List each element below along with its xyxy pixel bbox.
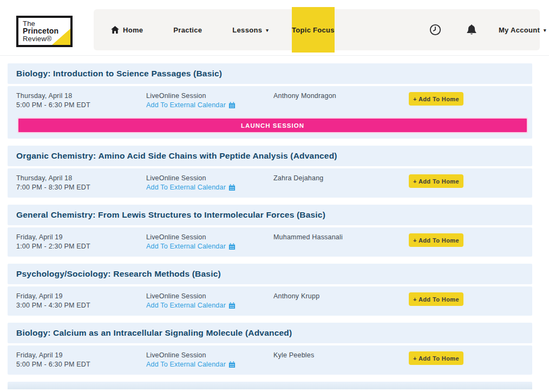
session-instructor: Anthony Mondragon [273, 92, 409, 101]
my-account-menu[interactable]: My Account ▾ [499, 26, 546, 34]
session-type: LiveOnline Session [146, 92, 273, 101]
top-header: The Princeton Review® Home Practice Less… [0, 0, 549, 56]
add-to-home-button[interactable]: + Add To Home [409, 92, 463, 106]
session-type: LiveOnline Session [146, 351, 273, 360]
session-title: General Chemistry: From Lewis Structures… [16, 210, 325, 220]
calendar-icon [228, 184, 236, 191]
session-details: Thursday, April 18 5:00 PM - 6:30 PM EDT… [8, 86, 532, 139]
session-card: Biology: Introduction to Science Passage… [8, 63, 532, 139]
session-date: Thursday, April 18 [16, 92, 146, 101]
add-to-home-button[interactable]: + Add To Home [409, 233, 463, 247]
notifications-bell-button[interactable] [466, 24, 477, 36]
session-time: 5:00 PM - 6:30 PM EDT [16, 101, 146, 110]
session-card: Biology: Calcium as an Intracellular Sig… [8, 323, 532, 375]
add-to-external-calendar-link[interactable]: Add To External Calendar [146, 301, 273, 310]
nav-item-topic-focus[interactable]: Topic Focus [292, 7, 335, 53]
calendar-icon [228, 102, 236, 109]
session-time: 5:00 PM - 6:30 PM EDT [16, 360, 146, 369]
session-date: Thursday, April 18 [16, 174, 146, 183]
add-to-home-button[interactable]: + Add To Home [409, 351, 463, 365]
nav-item-label: Home [123, 26, 143, 34]
session-instructor: Zahra Dejahang [273, 174, 409, 183]
add-to-external-calendar-link[interactable]: Add To External Calendar [146, 183, 273, 192]
nav-item-practice[interactable]: Practice [173, 26, 202, 34]
add-to-home-button[interactable]: + Add To Home [409, 174, 463, 188]
session-card: Psychology/Sociology: Research Methods (… [8, 264, 532, 316]
session-title-row: Biology: Introduction to Science Passage… [8, 63, 532, 84]
bell-icon [466, 24, 477, 36]
session-card-partial [8, 382, 532, 389]
session-title: Organic Chemistry: Amino Acid Side Chain… [16, 151, 337, 161]
session-date: Friday, April 19 [16, 351, 146, 360]
caret-down-icon: ▾ [544, 28, 546, 33]
session-card: General Chemistry: From Lewis Structures… [8, 205, 532, 257]
session-title-row: Biology: Calcium as an Intracellular Sig… [8, 323, 532, 343]
logo-yellow-triangle [52, 29, 70, 45]
session-instructor: Anthony Krupp [273, 292, 409, 301]
session-date: Friday, April 19 [16, 233, 146, 242]
princeton-review-logo[interactable]: The Princeton Review® [16, 16, 73, 47]
my-account-label: My Account [499, 26, 540, 34]
add-to-home-button[interactable]: + Add To Home [409, 292, 463, 306]
calendar-icon [228, 361, 236, 368]
session-time: 7:00 PM - 8:30 PM EDT [16, 183, 146, 192]
session-details: Friday, April 19 1:00 PM - 2:30 PM EDT L… [8, 227, 532, 257]
session-title-row: General Chemistry: From Lewis Structures… [8, 205, 532, 225]
history-clock-button[interactable] [429, 24, 441, 36]
add-to-external-calendar-link[interactable]: Add To External Calendar [146, 101, 273, 110]
session-title: Biology: Introduction to Science Passage… [16, 69, 222, 79]
session-details: Friday, April 19 3:00 PM - 4:30 PM EDT L… [8, 286, 532, 316]
session-details: Friday, April 19 5:00 PM - 6:30 PM EDT L… [8, 345, 532, 375]
calendar-icon [228, 243, 236, 250]
session-instructor: Kyle Peebles [273, 351, 409, 360]
main-nav: Home Practice Lessons ▾ Topic Focus [94, 9, 540, 50]
session-title-row: Organic Chemistry: Amino Acid Side Chain… [8, 146, 532, 166]
session-type: LiveOnline Session [146, 174, 273, 183]
caret-down-icon: ▾ [266, 28, 269, 33]
launch-session-button[interactable]: LAUNCH SESSION [17, 117, 528, 133]
session-type: LiveOnline Session [146, 292, 273, 301]
session-instructor: Muhammed Hassanali [273, 233, 409, 242]
session-details: Thursday, April 18 7:00 PM - 8:30 PM EDT… [8, 168, 532, 198]
add-to-external-calendar-link[interactable]: Add To External Calendar [146, 242, 273, 251]
session-title: Psychology/Sociology: Research Methods (… [16, 269, 221, 279]
home-icon [111, 26, 119, 34]
session-type: LiveOnline Session [146, 233, 273, 242]
nav-item-lessons[interactable]: Lessons ▾ [232, 26, 269, 34]
add-to-external-calendar-link[interactable]: Add To External Calendar [146, 360, 273, 369]
calendar-icon [228, 302, 236, 309]
session-list: Biology: Introduction to Science Passage… [0, 56, 549, 389]
nav-item-label: Practice [173, 26, 202, 34]
nav-item-label: Topic Focus [292, 26, 335, 34]
nav-item-home[interactable]: Home [111, 26, 143, 34]
session-time: 3:00 PM - 4:30 PM EDT [16, 301, 146, 310]
clock-icon [429, 24, 441, 36]
session-date: Friday, April 19 [16, 292, 146, 301]
session-title: Biology: Calcium as an Intracellular Sig… [16, 328, 292, 338]
session-title-row: Psychology/Sociology: Research Methods (… [8, 264, 532, 284]
session-card: Organic Chemistry: Amino Acid Side Chain… [8, 146, 532, 198]
session-time: 1:00 PM - 2:30 PM EDT [16, 242, 146, 251]
nav-item-label: Lessons [232, 26, 262, 34]
